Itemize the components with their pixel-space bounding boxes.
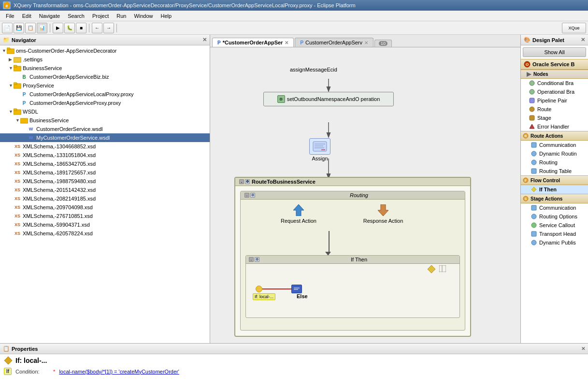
- assign-node[interactable]: Assign: [309, 138, 330, 161]
- routing-node[interactable]: - ⚙ Routing: [240, 191, 465, 331]
- tree-item-custbiz[interactable]: B CustomerOrderAppServiceBiz.biz: [0, 72, 210, 81]
- palette-operational-bra[interactable]: Operational Bra: [521, 87, 588, 96]
- palette-routing[interactable]: Routing: [521, 158, 588, 167]
- tree-item-custservice[interactable]: W CustomerOrderService.wsdl: [0, 125, 210, 133]
- title-bar: e XQuery Transformation - oms-CustomerOr…: [0, 0, 588, 11]
- save-all-button[interactable]: 📋: [25, 23, 36, 33]
- dynamic-routing-label: Dynamic Routin: [539, 151, 577, 157]
- prop-condition-label: Condition:: [15, 369, 49, 375]
- properties-close[interactable]: ✕: [581, 346, 585, 351]
- run-button[interactable]: ▶: [53, 23, 63, 33]
- tree-item-xsd8[interactable]: XS XMLSchema,-209704098.xsd: [0, 203, 210, 212]
- menu-run[interactable]: Run: [113, 12, 130, 20]
- tree-item-proxy[interactable]: P CustomerOrderAppServiceProxy.proxy: [0, 99, 210, 107]
- palette-communication[interactable]: Communication: [521, 141, 588, 149]
- svg-marker-36: [527, 72, 531, 77]
- palette-service-callout[interactable]: Service Callout: [521, 221, 588, 230]
- tree-item-settings[interactable]: ▶ .settings: [0, 55, 210, 64]
- stage-actions-header[interactable]: S Stage Actions: [521, 194, 588, 203]
- tree-label-proxyservice: ProxyService: [23, 83, 54, 88]
- palette-route[interactable]: Route: [521, 105, 588, 114]
- menu-edit[interactable]: Edit: [18, 12, 35, 20]
- forward-button[interactable]: →: [103, 23, 114, 33]
- tree-item-wsdl[interactable]: ▼ WSDL: [0, 107, 210, 116]
- route-actions-header[interactable]: R Route Actions: [521, 131, 588, 141]
- svg-marker-51: [531, 187, 536, 192]
- tree-item-proxyservice[interactable]: ▼ ProxyService: [0, 81, 210, 90]
- prop-condition-value[interactable]: local-name($body/*[1]) = 'createMyCustom…: [59, 369, 179, 375]
- palette-transport-head[interactable]: Transport Head: [521, 230, 588, 238]
- if-action-box[interactable]: [291, 285, 302, 293]
- save-button[interactable]: 💾: [14, 23, 24, 33]
- tab-customerorder-2[interactable]: P CustomerOrderAppServ ✕: [295, 38, 373, 47]
- tab-close-2[interactable]: ✕: [364, 40, 368, 45]
- menu-project[interactable]: Project: [88, 12, 113, 20]
- stop-button[interactable]: ■: [76, 23, 86, 33]
- tab-close-active[interactable]: ✕: [285, 40, 288, 45]
- if-then-node[interactable]: - ⚙ If Then: [245, 255, 460, 318]
- palette-communication2[interactable]: Communication: [521, 203, 588, 212]
- palette-conditional-bra[interactable]: Conditional Bra: [521, 79, 588, 87]
- tree-item-xsd11[interactable]: XS XMLSchema,-620578224.xsd: [0, 229, 210, 238]
- palette-routing-options[interactable]: Routing Options: [521, 212, 588, 221]
- prop-if-badge: If: [4, 368, 12, 375]
- tab-label-active: *CustomerOrderAppSer: [223, 40, 283, 45]
- tree-item-localproxy[interactable]: P CustomerOrderAppServiceLocalProxy.prox…: [0, 90, 210, 99]
- back-button[interactable]: ←: [92, 23, 102, 33]
- palette-dynamic-routing[interactable]: Dynamic Routin: [521, 149, 588, 158]
- main-layout: 📁 Navigator ✕ ▼ oms-CustomerOrder-AppSer…: [0, 35, 588, 343]
- navigator-close[interactable]: ✕: [202, 37, 207, 43]
- palette-close[interactable]: ✕: [581, 37, 585, 43]
- xque-button[interactable]: XQue: [562, 23, 586, 33]
- tree-label-custbiz: CustomerOrderAppServiceBiz.biz: [29, 74, 109, 80]
- flow-control-header[interactable]: F Flow Control: [521, 175, 588, 185]
- diamond-icon: [428, 265, 435, 274]
- prop-node-title: If: local-...: [15, 357, 47, 364]
- tree-item-xsd3[interactable]: XS XMLSchema,-1865342705.xsd: [0, 159, 210, 168]
- tree-item-xsd1[interactable]: XS XMLSchema,-1304668852.xsd: [0, 142, 210, 151]
- tree-item-mycustservice[interactable]: W MyCustomerOrderService.wsdl: [0, 133, 210, 142]
- tree-item-xsd5[interactable]: XS XMLSchema,-1988759480.xsd: [0, 177, 210, 186]
- palette-title: Design Palet: [532, 37, 564, 43]
- route-to-biz-node[interactable]: - ⚙ RouteToBusinessService - ⚙: [234, 177, 471, 337]
- tree-item-root[interactable]: ▼ oms-CustomerOrder-AppServiceDecorator: [0, 46, 210, 55]
- tree-item-xsd4[interactable]: XS XMLSchema,-1891725657.xsd: [0, 168, 210, 177]
- tree-item-xsd10[interactable]: XS XMLSchema,-59904371.xsd: [0, 220, 210, 229]
- nodes-expand-icon: [527, 72, 531, 77]
- if-then-palette-label: If Then: [539, 187, 557, 192]
- flow-control-icon: F: [523, 177, 529, 183]
- tree-item-xsd6[interactable]: XS XMLSchema,-2015142432.xsd: [0, 186, 210, 194]
- show-all-button[interactable]: Show All: [523, 47, 586, 57]
- if-local-label[interactable]: If: local-...: [253, 293, 275, 299]
- resize-icon[interactable]: [439, 265, 446, 273]
- menu-help[interactable]: Help: [157, 12, 176, 20]
- set-outbound-node[interactable]: ⚙ setOutboundNamespaceAndO peration: [263, 92, 394, 106]
- eclipse-icon: e: [3, 1, 11, 9]
- menu-file[interactable]: File: [2, 12, 18, 20]
- tab-customerorder-active[interactable]: P *CustomerOrderAppSer ✕: [212, 38, 294, 47]
- tree-label-wsdl: WSDL: [23, 109, 38, 115]
- tree-item-bizwsdl[interactable]: ▼ BusinessService: [0, 116, 210, 125]
- menu-navigate[interactable]: Navigate: [35, 12, 64, 20]
- debug-button[interactable]: 🐛: [64, 23, 75, 33]
- palette-stage[interactable]: Stage: [521, 114, 588, 122]
- tree-item-bizservice[interactable]: ▼ BusinessService: [0, 64, 210, 72]
- menu-window[interactable]: Window: [130, 12, 157, 20]
- palette-pipeline-pair[interactable]: Pipeline Pair: [521, 96, 588, 105]
- palette-error-handler[interactable]: Error Handler: [521, 122, 588, 131]
- tree-item-xsd7[interactable]: XS XMLSchema,-2082149185.xsd: [0, 194, 210, 203]
- nodes-subsection-header[interactable]: Nodes: [521, 70, 588, 79]
- palette-if-then[interactable]: If Then: [521, 185, 588, 194]
- palette-routing-table[interactable]: Routing Table: [521, 167, 588, 175]
- dynamic-publis-icon: [531, 239, 537, 246]
- new-button[interactable]: 📄: [2, 23, 13, 33]
- svg-point-38: [530, 89, 534, 94]
- diagram-area[interactable]: assignMessageEcid ⚙ setOutboundNamespace…: [210, 47, 520, 343]
- tree-item-xsd9[interactable]: XS XMLSchema,-276710851.xsd: [0, 212, 210, 220]
- tree-item-xsd2[interactable]: XS XMLSchema,-1331051804.xsd: [0, 151, 210, 159]
- menu-search[interactable]: Search: [64, 12, 88, 20]
- print-button[interactable]: 📊: [37, 23, 47, 33]
- oracle-section-header[interactable]: O Oracle Service B: [521, 59, 588, 70]
- tab-num[interactable]: 10: [374, 40, 392, 47]
- palette-dynamic-publis[interactable]: Dynamic Publis: [521, 238, 588, 247]
